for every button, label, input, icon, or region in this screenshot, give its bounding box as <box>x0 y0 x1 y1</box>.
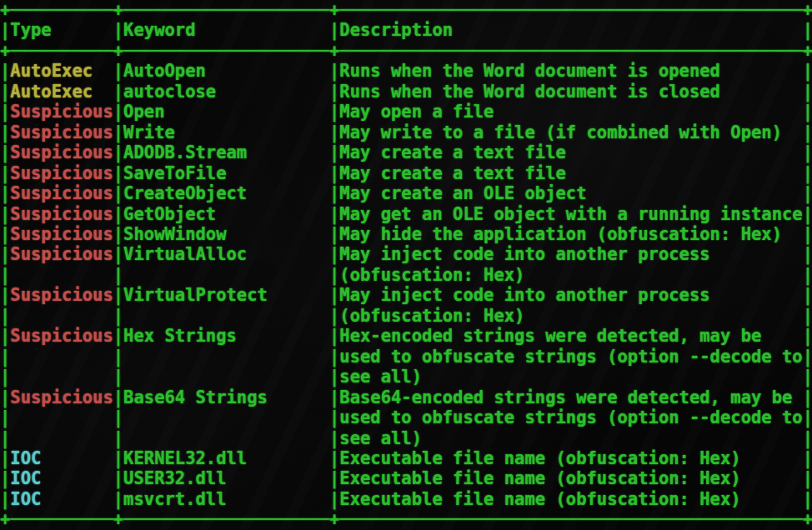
type-cell <box>10 347 113 367</box>
column-separator: | <box>113 82 123 102</box>
table-row: |IOC |USER32.dll |Executable file name (… <box>0 468 812 488</box>
table-row: |Suspicious|VirtualProtect |May inject c… <box>0 285 812 305</box>
column-separator: | <box>329 408 339 428</box>
column-separator: | <box>0 388 10 408</box>
type-cell: Suspicious <box>10 163 113 183</box>
type-cell <box>10 367 113 387</box>
column-separator: | <box>329 265 339 285</box>
column-separator: | <box>329 347 339 367</box>
column-separator: | <box>803 428 812 448</box>
column-separator: | <box>0 285 10 305</box>
column-separator: | <box>113 163 123 183</box>
type-cell: Suspicious <box>10 122 113 142</box>
column-separator: | <box>329 428 339 448</box>
column-separator: | <box>803 489 812 509</box>
keyword-cell: Hex Strings <box>123 326 329 346</box>
table-row: | | |(obfuscation: Hex) | <box>0 265 812 285</box>
column-separator: | <box>329 82 339 102</box>
column-separator: | <box>0 244 10 264</box>
column-separator: | <box>113 285 123 305</box>
description-cell: (obfuscation: Hex) <box>339 306 802 326</box>
table-row: |Suspicious|Hex Strings |Hex-encoded str… <box>0 326 812 346</box>
column-separator: | <box>0 82 10 102</box>
column-separator: | <box>803 367 812 387</box>
column-separator: | <box>329 204 339 224</box>
description-cell: Hex-encoded strings were detected, may b… <box>339 326 802 346</box>
column-separator: | <box>803 388 812 408</box>
keyword-cell: ADODB.Stream <box>123 142 329 162</box>
type-cell: AutoExec <box>10 82 113 102</box>
keyword-cell: KERNEL32.dll <box>123 448 329 468</box>
column-separator: | <box>0 204 10 224</box>
type-cell <box>10 265 113 285</box>
column-separator: | <box>329 285 339 305</box>
column-separator: | <box>803 326 812 346</box>
column-separator: | <box>803 408 812 428</box>
table-row: |Suspicious|Base64 Strings |Base64-encod… <box>0 388 812 408</box>
column-separator: | <box>113 265 123 285</box>
column-separator: | <box>0 20 10 40</box>
type-cell: Suspicious <box>10 388 113 408</box>
table-border-bottom: +──────────+────────────────────+───────… <box>0 509 812 529</box>
table-row: | | |(obfuscation: Hex) | <box>0 306 812 326</box>
column-separator: | <box>803 244 812 264</box>
column-header-type: Type <box>10 20 113 40</box>
column-separator: | <box>113 347 123 367</box>
column-separator: | <box>0 142 10 162</box>
column-separator: | <box>329 489 339 509</box>
column-separator: | <box>113 468 123 488</box>
description-cell: May write to a file (if combined with Op… <box>339 122 802 142</box>
column-separator: | <box>0 61 10 81</box>
keyword-cell: autoclose <box>123 82 329 102</box>
column-separator: | <box>803 306 812 326</box>
column-separator: | <box>0 326 10 346</box>
column-separator: | <box>113 326 123 346</box>
table-border-header-separator: +──────────+────────────────────+───────… <box>0 41 812 61</box>
type-cell: Suspicious <box>10 224 113 244</box>
column-header-keyword: Keyword <box>123 20 329 40</box>
column-separator: | <box>329 224 339 244</box>
column-separator: | <box>329 102 339 122</box>
description-cell: May get an OLE object with a running ins… <box>339 204 802 224</box>
type-cell: IOC <box>10 468 113 488</box>
column-separator: | <box>803 142 812 162</box>
column-separator: | <box>329 326 339 346</box>
column-separator: | <box>803 204 812 224</box>
column-separator: | <box>329 122 339 142</box>
column-separator: | <box>329 388 339 408</box>
column-separator: | <box>329 468 339 488</box>
keyword-cell: ShowWindow <box>123 224 329 244</box>
column-separator: | <box>0 265 10 285</box>
column-separator: | <box>0 428 10 448</box>
column-separator: | <box>113 142 123 162</box>
column-separator: | <box>113 408 123 428</box>
description-cell: see all) <box>339 367 802 387</box>
keyword-cell <box>123 408 329 428</box>
table-border: +──────────+────────────────────+───────… <box>0 41 812 61</box>
type-cell: Suspicious <box>10 326 113 346</box>
keyword-cell: CreateObject <box>123 183 329 203</box>
description-cell: (obfuscation: Hex) <box>339 265 802 285</box>
description-cell: May inject code into another process <box>339 285 802 305</box>
description-cell: May hide the application (obfuscation: H… <box>339 224 802 244</box>
column-separator: | <box>329 448 339 468</box>
description-cell: used to obfuscate strings (option --deco… <box>339 408 802 428</box>
type-cell: Suspicious <box>10 204 113 224</box>
column-separator: | <box>803 163 812 183</box>
column-separator: | <box>803 468 812 488</box>
description-cell: Executable file name (obfuscation: Hex) <box>339 448 802 468</box>
column-separator: | <box>803 224 812 244</box>
column-separator: | <box>329 20 339 40</box>
description-cell: used to obfuscate strings (option --deco… <box>339 347 802 367</box>
column-separator: | <box>113 489 123 509</box>
column-separator: | <box>329 61 339 81</box>
column-separator: | <box>113 183 123 203</box>
table-row: |Suspicious|GetObject |May get an OLE ob… <box>0 204 812 224</box>
table-row: |Suspicious|Write |May write to a file (… <box>0 122 812 142</box>
type-cell: AutoExec <box>10 61 113 81</box>
table-row: |Suspicious|VirtualAlloc |May inject cod… <box>0 244 812 264</box>
table-row: |Suspicious|SaveToFile |May create a tex… <box>0 163 812 183</box>
column-separator: | <box>113 388 123 408</box>
column-separator: | <box>113 428 123 448</box>
column-separator: | <box>329 367 339 387</box>
